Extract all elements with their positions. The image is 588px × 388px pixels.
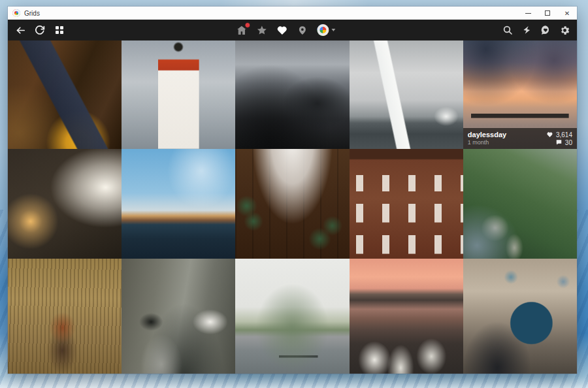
notification-badge xyxy=(244,22,250,28)
star-icon[interactable] xyxy=(256,24,268,36)
photo-tile-veil-on-floor[interactable] xyxy=(235,149,349,259)
photo-tile-rocky-coast-couple[interactable] xyxy=(235,40,349,149)
toolbar xyxy=(8,20,577,40)
photo-tile-sailboats[interactable] xyxy=(350,40,463,149)
refresh-icon[interactable] xyxy=(34,24,46,36)
photo-tile-foggy-bay[interactable] xyxy=(235,259,349,374)
minimize-button[interactable] xyxy=(518,7,538,20)
overlay-like-count: 3,614 xyxy=(546,131,572,138)
app-icon xyxy=(12,9,20,17)
gear-icon[interactable] xyxy=(559,24,570,36)
lightning-bolt-icon[interactable] xyxy=(521,24,532,36)
photo-tile-lighthouse[interactable] xyxy=(122,40,235,149)
photo-tile-fjord-road[interactable] xyxy=(463,149,577,259)
title-bar[interactable]: Grids ✕ xyxy=(8,7,577,20)
home-icon[interactable] xyxy=(236,24,248,36)
back-icon[interactable] xyxy=(14,24,26,36)
maximize-icon xyxy=(545,10,550,16)
heart-icon xyxy=(546,131,553,138)
window-title: Grids xyxy=(24,10,40,17)
photo-tile-cozy-interior[interactable] xyxy=(8,149,122,259)
photo-tile-legs-on-dock[interactable] xyxy=(8,40,122,149)
overlay-post-age: 1 month xyxy=(468,139,506,146)
comment-bubble-icon xyxy=(555,139,563,146)
photo-tile-old-town-alley[interactable] xyxy=(122,259,235,374)
overlay-username: daylessday xyxy=(468,131,506,139)
heart-bubble-icon[interactable] xyxy=(540,24,551,36)
heart-icon[interactable] xyxy=(276,24,288,36)
account-avatar-button[interactable] xyxy=(317,24,335,36)
photo-tile-brick-mansion-cyclists[interactable] xyxy=(350,149,463,259)
photo-grid: daylessday1 month3,61430 xyxy=(8,40,577,374)
location-pin-icon[interactable] xyxy=(297,24,308,36)
search-icon[interactable] xyxy=(502,24,514,36)
desktop-wallpaper: Grids ✕ xyxy=(0,0,588,388)
maximize-button[interactable] xyxy=(538,7,557,20)
chevron-down-icon xyxy=(331,29,335,31)
photo-tile-stockholm-skyline[interactable] xyxy=(122,149,235,259)
account-avatar xyxy=(317,24,329,36)
grids-app-window: Grids ✕ xyxy=(8,7,577,374)
photo-hover-overlay: daylessday1 month3,61430 xyxy=(463,128,577,149)
photo-tile-harbor-sunset-boats[interactable] xyxy=(350,259,463,374)
photo-tile-sunset-pier[interactable]: daylessday1 month3,61430 xyxy=(463,40,577,149)
photo-tile-blue-umbrella[interactable] xyxy=(463,259,577,374)
overlay-comment-count: 30 xyxy=(555,139,572,146)
minimize-icon xyxy=(525,13,531,14)
close-button[interactable]: ✕ xyxy=(557,7,577,20)
photo-tile-woman-in-reeds[interactable] xyxy=(8,259,122,374)
grid-view-icon[interactable] xyxy=(54,24,65,36)
